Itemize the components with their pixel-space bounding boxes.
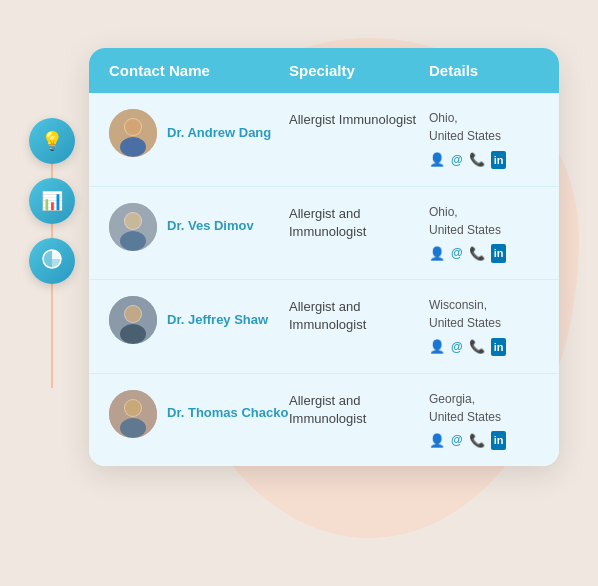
main-card: Contact Name Specialty Details [89,48,559,466]
sidebar: 💡 📊 [29,118,75,284]
avatar-2 [109,203,157,251]
at-icon-3[interactable]: @ [451,338,463,356]
details-1: Ohio, United States 👤 @ 📞 in [429,109,539,170]
person-icon-3[interactable]: 👤 [429,337,445,357]
details-4: Georgia, United States 👤 @ 📞 in [429,390,539,451]
avatar-3 [109,296,157,344]
chart-icon: 📊 [41,190,63,212]
phone-icon-3[interactable]: 📞 [469,337,485,357]
location-4: Georgia, United States [429,390,539,426]
svg-point-11 [120,324,146,344]
contact-name-4[interactable]: Dr. Thomas Chacko [167,405,288,422]
detail-icons-1: 👤 @ 📞 in [429,150,539,170]
lightbulb-icon: 💡 [41,130,63,152]
pie-icon [41,248,63,275]
sidebar-icon-chart[interactable]: 📊 [29,178,75,224]
sidebar-icon-pie[interactable] [29,238,75,284]
phone-icon-2[interactable]: 📞 [469,244,485,264]
contact-cell-4: Dr. Thomas Chacko [109,390,289,438]
header-details: Details [429,62,539,79]
table-body: Dr. Andrew Dang Allergist Immunologist O… [89,93,559,466]
location-2: Ohio, United States [429,203,539,239]
person-icon-2[interactable]: 👤 [429,244,445,264]
svg-point-3 [120,137,146,157]
contact-name-1[interactable]: Dr. Andrew Dang [167,125,271,142]
header-contact: Contact Name [109,62,289,79]
page-wrapper: 💡 📊 Contact Name Specialty Details [29,28,569,558]
phone-icon-4[interactable]: 📞 [469,431,485,451]
svg-point-12 [125,306,141,322]
svg-point-7 [120,231,146,251]
avatar-4 [109,390,157,438]
specialty-1: Allergist Immunologist [289,109,429,129]
specialty-4: Allergist and Immunologist [289,390,429,428]
linkedin-icon-2[interactable]: in [491,244,507,263]
table-header: Contact Name Specialty Details [89,48,559,93]
at-icon-4[interactable]: @ [451,431,463,449]
detail-icons-2: 👤 @ 📞 in [429,244,539,264]
sidebar-icon-lightbulb[interactable]: 💡 [29,118,75,164]
table-row: Dr. Thomas Chacko Allergist and Immunolo… [89,374,559,467]
svg-point-15 [120,418,146,438]
phone-icon-1[interactable]: 📞 [469,150,485,170]
svg-point-4 [125,119,141,135]
details-2: Ohio, United States 👤 @ 📞 in [429,203,539,264]
svg-point-8 [125,213,141,229]
table-row: Dr. Andrew Dang Allergist Immunologist O… [89,93,559,187]
contact-cell-1: Dr. Andrew Dang [109,109,289,157]
header-specialty: Specialty [289,62,429,79]
person-icon-4[interactable]: 👤 [429,431,445,451]
contact-cell-2: Dr. Ves Dimov [109,203,289,251]
avatar-1 [109,109,157,157]
at-icon-2[interactable]: @ [451,244,463,262]
svg-point-16 [125,400,141,416]
at-icon-1[interactable]: @ [451,151,463,169]
linkedin-icon-4[interactable]: in [491,431,507,450]
detail-icons-3: 👤 @ 📞 in [429,337,539,357]
table-row: Dr. Ves Dimov Allergist and Immunologist… [89,187,559,281]
person-icon-1[interactable]: 👤 [429,150,445,170]
linkedin-icon-1[interactable]: in [491,151,507,170]
details-3: Wisconsin, United States 👤 @ 📞 in [429,296,539,357]
specialty-2: Allergist and Immunologist [289,203,429,241]
contact-name-2[interactable]: Dr. Ves Dimov [167,218,254,235]
detail-icons-4: 👤 @ 📞 in [429,431,539,451]
linkedin-icon-3[interactable]: in [491,338,507,357]
specialty-3: Allergist and Immunologist [289,296,429,334]
location-3: Wisconsin, United States [429,296,539,332]
contact-name-3[interactable]: Dr. Jeffrey Shaw [167,312,268,329]
contact-cell-3: Dr. Jeffrey Shaw [109,296,289,344]
table-row: Dr. Jeffrey Shaw Allergist and Immunolog… [89,280,559,374]
location-1: Ohio, United States [429,109,539,145]
